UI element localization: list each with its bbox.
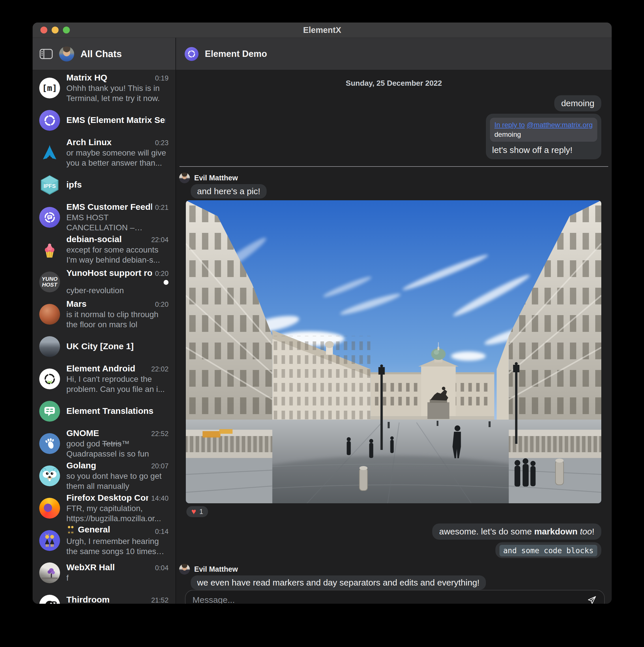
zoom-button[interactable] <box>63 26 70 33</box>
room-item-element-android[interactable]: Element Android 22:02 Hi, I can't reprod… <box>32 363 175 395</box>
element-feedback-logo-icon <box>39 207 60 228</box>
close-button[interactable] <box>41 26 47 33</box>
chat-panel: Element Demo Sunday, 25 December 2022 de… <box>176 38 612 604</box>
room-item-webxr-hall[interactable]: WebXR Hall 0:04 f <box>32 557 175 589</box>
room-item-golang[interactable]: Golang 20:07 so you dont have to go get … <box>32 460 175 492</box>
message-composer <box>185 590 605 604</box>
sidebar-toggle-icon[interactable] <box>40 49 53 59</box>
sender-avatar[interactable] <box>179 564 190 575</box>
send-button[interactable] <box>586 594 598 604</box>
dancers-avatar-icon <box>39 530 60 551</box>
gnome-foot-logo-icon <box>39 433 60 454</box>
room-item-matrix-hq[interactable]: [m] Matrix HQ 0:19 Ohhh thank you! This … <box>32 72 175 104</box>
room-name: Matrix HQ <box>66 73 107 82</box>
quoted-text: demoing <box>495 130 593 139</box>
yunohost-logo-icon: YUNOHOST <box>39 272 60 292</box>
message-input[interactable] <box>192 595 582 604</box>
sidebar: All Chats [m] Matrix HQ 0:19 Ohhh thank … <box>32 38 176 604</box>
room-item-yunohost[interactable]: YUNOHOST YunoHost support roo... 0:20 cy… <box>32 266 175 298</box>
arch-linux-logo-icon <box>39 142 60 163</box>
inline-code: and some code blocks <box>499 545 597 556</box>
read-marker-line <box>180 166 608 167</box>
sidebar-header: All Chats <box>32 38 175 70</box>
sender-name: Evil Matthew <box>194 174 238 182</box>
outgoing-markdown-message[interactable]: awesome. let’s do some markdown too! <box>432 523 601 540</box>
thirdroom-planet-logo-icon <box>39 595 60 604</box>
reaction-count: 1 <box>199 508 203 516</box>
go-gopher-icon <box>39 465 60 486</box>
room-item-ems[interactable]: EMS (Element Matrix Servi... <box>32 104 175 137</box>
room-item-uk-city[interactable]: UK City [Zone 1] <box>32 331 175 363</box>
replied-user-link[interactable]: @matthew:matrix.org <box>527 121 593 129</box>
room-item-arch-linux[interactable]: Arch Linux 0:23 or maybe someone will gi… <box>32 137 175 169</box>
room-preview: Ohhh thank you! This is in Terminal, let… <box>66 83 168 103</box>
in-reply-to-link[interactable]: In reply to <box>495 121 525 129</box>
room-name: EMS (Element Matrix Servi... <box>66 115 166 125</box>
message-timeline[interactable]: Sunday, 25 December 2022 demoing In repl… <box>176 70 612 604</box>
svg-text:IPFS: IPFS <box>44 183 56 189</box>
room-item-thirdroom[interactable]: Thirdroom 21:52 > <@rek2:hispagatos.org> <box>32 589 175 604</box>
traffic-lights <box>41 22 70 38</box>
incoming-message[interactable]: and here's a pic! <box>191 184 267 199</box>
webxr-room-avatar <box>39 563 60 583</box>
minimize-button[interactable] <box>52 26 59 33</box>
room-item-mars[interactable]: Mars 0:20 is it normal to clip through t… <box>32 298 175 331</box>
element-logo-icon <box>39 110 60 131</box>
room-item-general[interactable]: General 0:14 Urgh, I remember hearing th… <box>32 524 175 557</box>
element-room-logo-icon <box>185 47 199 61</box>
room-item-gnome[interactable]: GNOME 22:52 good god Tetris™ Quadrapasse… <box>32 427 175 460</box>
ipfs-logo-icon: IPFS <box>39 174 60 195</box>
room-list[interactable]: [m] Matrix HQ 0:19 Ohhh thank you! This … <box>32 70 175 604</box>
reply-quote[interactable]: In reply to @matthew:matrix.org demoing <box>490 118 597 142</box>
incoming-message[interactable]: we even have read markers and day separa… <box>191 575 486 590</box>
room-title: Element Demo <box>205 49 267 59</box>
unread-badge <box>164 280 168 285</box>
user-avatar[interactable] <box>59 47 74 62</box>
room-item-debian-social[interactable]: debian-social 22:04 except for some acco… <box>32 233 175 266</box>
firefox-logo-icon <box>39 498 60 519</box>
city-photo-avatar <box>39 336 60 357</box>
outgoing-code-message[interactable]: and some code blocks <box>495 542 601 558</box>
app-window: ElementX All Chats [m] Matrix HQ 0:1 <box>32 22 612 604</box>
room-item-element-translations[interactable]: Element Translations <box>32 395 175 427</box>
matrix-logo-icon: [m] <box>39 78 60 98</box>
translations-speech-bubble-icon <box>39 401 60 422</box>
mars-planet-icon <box>39 304 60 325</box>
element-android-logo-icon <box>39 368 60 389</box>
incoming-message-group: Evil Matthew we even have read markers a… <box>179 564 601 590</box>
room-item-firefox[interactable]: Firefox Desktop Comm... 14:40 FTR, my ca… <box>32 492 175 524</box>
red-heart-reaction-icon: ♥ <box>191 508 196 516</box>
date-separator: Sunday, 25 December 2022 <box>176 79 612 88</box>
sender-name: Evil Matthew <box>194 565 238 573</box>
outgoing-reply-message[interactable]: In reply to @matthew:matrix.org demoing … <box>486 114 601 160</box>
reaction-pill[interactable]: ♥ 1 <box>187 506 208 517</box>
incoming-message-group: Evil Matthew and here's a pic! <box>179 172 601 199</box>
cupcake-icon <box>39 239 60 260</box>
room-timestamp: 0:19 <box>155 74 168 82</box>
room-item-ems-customer-feedback[interactable]: EMS Customer Feedbac... 0:21 EMS HOST CA… <box>32 201 175 233</box>
window-title: ElementX <box>303 25 341 35</box>
sidebar-title: All Chats <box>80 49 122 60</box>
outgoing-message[interactable]: demoing <box>554 95 601 112</box>
sender-avatar[interactable] <box>179 172 190 183</box>
dancers-emoji-icon <box>66 525 75 534</box>
message-photo[interactable] <box>186 200 601 503</box>
room-item-ipfs[interactable]: IPFS ipfs <box>32 169 175 201</box>
room-header[interactable]: Element Demo <box>176 38 612 70</box>
window-titlebar[interactable]: ElementX <box>32 22 612 38</box>
